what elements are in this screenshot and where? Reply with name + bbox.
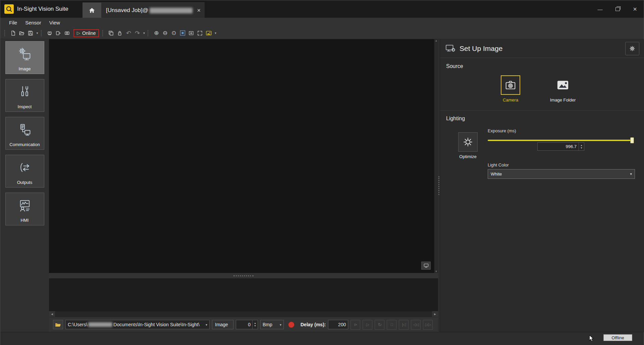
camera-button[interactable] xyxy=(501,75,520,95)
image-path-input[interactable]: C:\Users\ Documents\In-Sight Vision Suit… xyxy=(65,320,210,329)
image-index-stepper[interactable]: 0 ▲▼ xyxy=(236,320,258,329)
image-index-value[interactable]: 0 xyxy=(236,322,252,327)
slider-handle[interactable] xyxy=(630,137,634,143)
sidebar-item-image[interactable]: Image xyxy=(5,41,44,74)
image-overlay-button[interactable] xyxy=(204,29,213,38)
scroll-left-icon[interactable]: ◂ xyxy=(49,311,55,317)
settings-button[interactable] xyxy=(625,42,639,55)
sidebar-item-label: Image xyxy=(18,66,31,71)
format-dropdown-icon[interactable]: ▾ xyxy=(280,323,281,327)
light-color-select[interactable]: White ▾ xyxy=(488,169,635,179)
slider-track[interactable] xyxy=(488,140,633,141)
optimize-button[interactable] xyxy=(458,132,478,152)
expand-view-button[interactable] xyxy=(196,29,204,38)
close-button[interactable]: × xyxy=(626,0,644,18)
open-image-folder-button[interactable] xyxy=(53,320,63,329)
image-viewport[interactable]: ▲ ▼ xyxy=(49,39,438,273)
menu-sensor[interactable]: Sensor xyxy=(21,20,45,25)
scroll-up-icon[interactable]: ▲ xyxy=(435,39,438,42)
scroll-right-icon[interactable]: ▸ xyxy=(432,311,438,317)
copy-job-button[interactable] xyxy=(107,29,115,38)
spin-down-icon[interactable]: ▼ xyxy=(580,147,583,149)
connect-sensor-button[interactable] xyxy=(45,29,54,38)
light-color-value: White xyxy=(491,171,502,177)
spin-down-icon[interactable]: ▼ xyxy=(254,325,256,327)
zoom-in-button[interactable]: ⊕ xyxy=(152,29,161,38)
first-image-button[interactable]: |◁ xyxy=(399,320,409,330)
spin-up-icon[interactable]: ▲ xyxy=(580,144,583,147)
toolbar-grip[interactable] xyxy=(102,30,104,36)
vertical-scrollbar[interactable]: ▲ ▼ xyxy=(434,39,438,273)
add-sensor-button[interactable] xyxy=(54,29,63,38)
scale-to-fit-button[interactable] xyxy=(178,29,187,38)
optimize-label: Optimize xyxy=(459,154,476,159)
protect-job-button[interactable] xyxy=(115,29,124,38)
redo-button[interactable]: ↷ xyxy=(133,29,142,38)
camera-label: Camera xyxy=(503,97,518,102)
menu-view[interactable]: View xyxy=(45,20,64,25)
undo-button[interactable]: ↶ xyxy=(124,29,133,38)
minimize-button[interactable]: — xyxy=(591,0,609,18)
record-button[interactable] xyxy=(286,320,296,329)
next-image-button[interactable]: ▷▷ xyxy=(423,320,433,330)
exposure-column: Exposure (ms) 996.7 ▲▼ Light Color White… xyxy=(488,128,635,134)
filmstrip-area[interactable] xyxy=(49,278,438,311)
live-view-button[interactable] xyxy=(63,29,71,38)
setup-image-panel: Set Up Image Source Camera Image Folder … xyxy=(440,39,644,332)
new-job-button[interactable] xyxy=(9,29,17,38)
play-button[interactable]: ▷ xyxy=(363,320,372,330)
sidebar-item-outputs[interactable]: Outputs xyxy=(5,155,44,188)
undo-dropdown-icon[interactable]: ▾ xyxy=(142,29,146,38)
spin-up-icon[interactable]: ▲ xyxy=(254,322,256,325)
display-toggle-button[interactable] xyxy=(421,262,431,270)
restore-button[interactable] xyxy=(609,0,626,18)
toolbar-grip[interactable] xyxy=(41,30,43,36)
sidebar-item-label: Inspect xyxy=(18,104,32,109)
delay-input[interactable]: 200 xyxy=(328,320,348,329)
sidebar-item-communication[interactable]: Communication xyxy=(5,117,44,150)
horizontal-scrollbar[interactable]: ◂ ▸ xyxy=(49,311,438,317)
image-format-select[interactable]: Bmp ▾ xyxy=(260,320,284,329)
zoom-region-button[interactable] xyxy=(187,29,196,38)
path-dropdown-icon[interactable]: ▾ xyxy=(206,323,207,327)
home-icon[interactable] xyxy=(83,3,101,18)
toolbar-overflow-icon[interactable]: ▾ xyxy=(213,29,218,38)
save-dropdown-icon[interactable]: ▾ xyxy=(35,29,40,38)
app-title: In-Sight Vision Suite xyxy=(17,6,68,12)
online-toggle-button[interactable]: Online xyxy=(82,30,96,36)
zoom-actual-size-button[interactable]: ⊙ xyxy=(169,29,178,38)
previous-image-button[interactable]: ◁◁ xyxy=(411,320,421,330)
open-job-button[interactable] xyxy=(17,29,26,38)
tab-close-icon[interactable]: × xyxy=(197,7,201,14)
stepper-arrows[interactable]: ▲▼ xyxy=(579,143,584,150)
stop-button[interactable]: □ xyxy=(387,320,396,330)
exposure-value-input[interactable]: 996.7 ▲▼ xyxy=(537,142,584,151)
delay-label: Delay (ms): xyxy=(301,322,326,327)
save-job-button[interactable] xyxy=(26,29,35,38)
sidebar-item-inspect[interactable]: Inspect xyxy=(5,79,44,112)
source-image-folder-option[interactable]: Image Folder xyxy=(545,75,580,102)
toolbar-grip[interactable] xyxy=(148,30,150,36)
loop-button[interactable]: ↻ xyxy=(375,320,384,330)
horizontal-splitter[interactable] xyxy=(49,273,438,278)
light-color-dropdown-icon[interactable]: ▾ xyxy=(630,172,632,176)
playback-toolbar: C:\Users\ Documents\In-Sight Vision Suit… xyxy=(49,317,438,332)
setup-image-icon xyxy=(445,44,455,54)
image-folder-label: Image Folder xyxy=(550,97,576,102)
sidebar-item-label: HMI xyxy=(21,218,29,223)
image-folder-button[interactable] xyxy=(553,75,573,95)
exposure-value[interactable]: 996.7 xyxy=(538,144,579,149)
source-camera-option[interactable]: Camera xyxy=(493,75,528,102)
title-bar: In-Sight Vision Suite [Unsaved Job]@ × —… xyxy=(0,0,644,18)
menu-file[interactable]: File xyxy=(5,20,21,25)
hmi-icon xyxy=(17,193,32,218)
stepper-arrows[interactable]: ▲▼ xyxy=(252,320,258,329)
job-tab[interactable]: [Unsaved Job]@ × xyxy=(83,2,205,18)
toolbar-grip[interactable] xyxy=(4,30,6,36)
play-step-button[interactable]: ⊳ xyxy=(351,320,360,330)
sidebar-item-hmi[interactable]: HMI xyxy=(5,193,44,225)
scroll-down-icon[interactable]: ▼ xyxy=(435,270,438,273)
tab-title: [Unsaved Job]@ xyxy=(106,7,148,14)
zoom-out-button[interactable]: ⊖ xyxy=(161,29,169,38)
offline-button[interactable]: Offline xyxy=(603,334,632,341)
